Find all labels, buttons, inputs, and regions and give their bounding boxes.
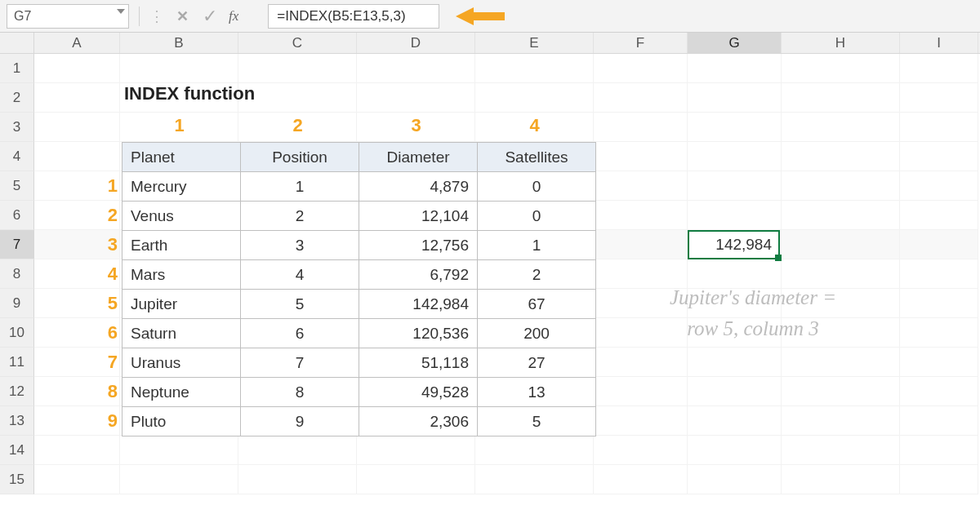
header-position[interactable]: Position: [241, 143, 359, 172]
cell-satellites[interactable]: 13: [478, 378, 596, 407]
col-header-E[interactable]: E: [475, 33, 594, 53]
selected-cell[interactable]: 142,984: [688, 230, 780, 259]
formula-text: =INDEX(B5:E13,5,3): [277, 8, 405, 24]
row-header-2[interactable]: 2: [0, 83, 34, 113]
cell-diameter[interactable]: 12,104: [359, 202, 478, 231]
cell-diameter[interactable]: 51,118: [359, 348, 478, 378]
arrow-annotation-icon: [456, 6, 505, 27]
cell-satellites[interactable]: 5: [478, 407, 596, 436]
cell-planet[interactable]: Uranus: [122, 348, 241, 378]
cell-planet[interactable]: Saturn: [122, 319, 241, 348]
row-headers: 1 2 3 4 5 6 7 8 9 10 11 12 13 14 15: [0, 54, 34, 494]
cell-planet[interactable]: Neptune: [122, 378, 241, 407]
table-row[interactable]: Neptune849,52813: [122, 378, 596, 407]
cell-planet[interactable]: Earth: [122, 231, 241, 260]
svg-marker-0: [456, 7, 505, 25]
row-header-12[interactable]: 12: [0, 377, 34, 406]
fill-handle[interactable]: [775, 255, 782, 261]
cell-position[interactable]: 3: [241, 231, 359, 260]
cell-position[interactable]: 1: [241, 172, 359, 202]
row-header-15[interactable]: 15: [0, 465, 34, 494]
table-row[interactable]: Saturn6120,536200: [122, 319, 596, 348]
cell-diameter[interactable]: 142,984: [359, 290, 478, 319]
cancel-icon[interactable]: ✕: [168, 5, 196, 28]
name-box-value: G7: [14, 9, 31, 24]
cell-position[interactable]: 5: [241, 290, 359, 319]
cell-planet[interactable]: Mars: [122, 260, 241, 290]
row-header-9[interactable]: 9: [0, 289, 34, 318]
chevron-down-icon[interactable]: [117, 9, 125, 14]
cell-diameter[interactable]: 49,528: [359, 378, 478, 407]
cell-diameter[interactable]: 2,306: [359, 407, 478, 436]
col-header-C[interactable]: C: [238, 33, 357, 53]
table-row[interactable]: Pluto92,3065: [122, 407, 596, 436]
header-diameter[interactable]: Diameter: [359, 143, 478, 172]
col-header-G[interactable]: G: [688, 33, 782, 53]
worksheet-grid[interactable]: INDEX function 1 2 3 4 1 2 3 4 5 6 7 8 9: [34, 54, 980, 494]
formula-input[interactable]: =INDEX(B5:E13,5,3): [268, 4, 439, 29]
cell-satellites[interactable]: 2: [478, 260, 596, 290]
table-row[interactable]: Mercury14,8790: [122, 172, 596, 202]
cell-position[interactable]: 7: [241, 348, 359, 378]
cell-satellites[interactable]: 67: [478, 290, 596, 319]
table-row[interactable]: Uranus751,11827: [122, 348, 596, 378]
cell-satellites[interactable]: 0: [478, 202, 596, 231]
cell-planet[interactable]: Pluto: [122, 407, 241, 436]
cell-diameter[interactable]: 120,536: [359, 319, 478, 348]
cell-position[interactable]: 8: [241, 378, 359, 407]
col-header-H[interactable]: H: [782, 33, 900, 53]
table-row[interactable]: Venus212,1040: [122, 202, 596, 231]
confirm-icon[interactable]: ✓: [196, 5, 224, 28]
fx-icon[interactable]: fx: [229, 8, 238, 24]
formula-bar: G7 ⋮ ✕ ✓ fx =INDEX(B5:E13,5,3): [0, 0, 980, 33]
cell-satellites[interactable]: 200: [478, 319, 596, 348]
name-box[interactable]: G7: [7, 4, 129, 29]
select-all-corner[interactable]: [0, 33, 34, 53]
divider: [139, 7, 140, 26]
row-header-3[interactable]: 3: [0, 113, 34, 142]
table-row[interactable]: Mars46,7922: [122, 260, 596, 290]
row-header-10[interactable]: 10: [0, 318, 34, 348]
col-header-D[interactable]: D: [357, 33, 475, 53]
header-satellites[interactable]: Satellites: [478, 143, 596, 172]
row-header-1[interactable]: 1: [0, 54, 34, 83]
cell-satellites[interactable]: 1: [478, 231, 596, 260]
row-header-7[interactable]: 7: [0, 230, 34, 259]
col-header-I[interactable]: I: [900, 33, 978, 53]
header-planet[interactable]: Planet: [122, 143, 241, 172]
col-header-B[interactable]: B: [120, 33, 238, 53]
cell-satellites[interactable]: 27: [478, 348, 596, 378]
cell-planet[interactable]: Jupiter: [122, 290, 241, 319]
row-header-4[interactable]: 4: [0, 142, 34, 171]
cell-planet[interactable]: Venus: [122, 202, 241, 231]
row-header-6[interactable]: 6: [0, 201, 34, 230]
row-header-11[interactable]: 11: [0, 348, 34, 377]
cell-planet[interactable]: Mercury: [122, 172, 241, 202]
col-header-A[interactable]: A: [34, 33, 120, 53]
table-row[interactable]: Jupiter5142,98467: [122, 290, 596, 319]
table-row[interactable]: Earth312,7561: [122, 231, 596, 260]
cell-diameter[interactable]: 6,792: [359, 260, 478, 290]
table-header-row: Planet Position Diameter Satellites: [122, 143, 596, 172]
cell-diameter[interactable]: 4,879: [359, 172, 478, 202]
selected-cell-value: 142,984: [715, 236, 772, 253]
cell-diameter[interactable]: 12,756: [359, 231, 478, 260]
col-header-F[interactable]: F: [594, 33, 688, 53]
column-headers: A B C D E F G H I: [0, 33, 980, 54]
cell-position[interactable]: 9: [241, 407, 359, 436]
row-header-14[interactable]: 14: [0, 436, 34, 465]
planet-table[interactable]: Planet Position Diameter Satellites Merc…: [122, 142, 596, 436]
cell-position[interactable]: 6: [241, 319, 359, 348]
row-header-8[interactable]: 8: [0, 259, 34, 289]
row-header-13[interactable]: 13: [0, 406, 34, 436]
cell-position[interactable]: 2: [241, 202, 359, 231]
cell-position[interactable]: 4: [241, 260, 359, 290]
row-header-5[interactable]: 5: [0, 171, 34, 201]
grip-dots-icon: ⋮: [149, 7, 163, 25]
cell-satellites[interactable]: 0: [478, 172, 596, 202]
